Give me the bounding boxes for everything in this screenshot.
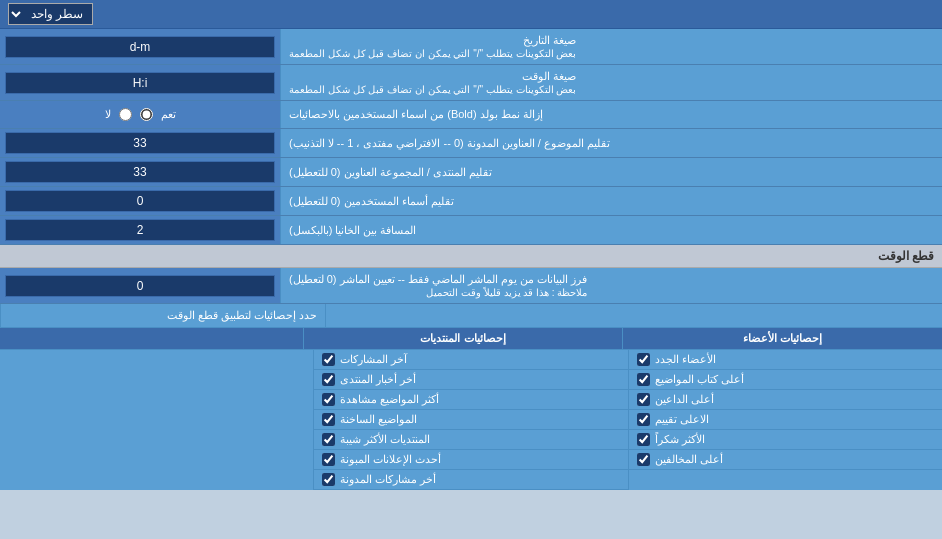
forum-sort-row: تقليم المنتدى / المجموعة العناوين (0 للت… [0,158,942,187]
checkbox-rows: الأعضاء الجدد أعلى كتاب المواضيع أعلى ال… [0,350,942,490]
usernames-sort-label: تقليم أسماء المستخدمين (0 للتعطيل) [280,187,942,215]
time-cutoff-input[interactable] [5,275,275,297]
checkbox-hot-topics[interactable] [322,413,335,426]
topics-sort-input[interactable] [5,132,275,154]
checkbox-top-writers[interactable] [637,373,650,386]
header-row: سطر واحد سطرين ثلاثة أسطر [0,0,942,29]
forum-sort-input-container [0,158,280,186]
list-item: أخر مشاركات المدونة [314,470,627,490]
checkbox-last-blog-posts[interactable] [322,473,335,486]
col2-header: إحصائيات المنتديات [303,328,623,349]
display-select[interactable]: سطر واحد سطرين ثلاثة أسطر [8,3,93,25]
col3-header-empty [0,328,303,349]
space-between-input-container [0,216,280,244]
main-container: سطر واحد سطرين ثلاثة أسطر صيغة التاريخ ب… [0,0,942,490]
remove-bold-input-container: تعم لا [0,101,280,128]
usernames-sort-row: تقليم أسماء المستخدمين (0 للتعطيل) [0,187,942,216]
radio-no[interactable] [119,108,132,121]
checkbox-most-popular-forums[interactable] [322,433,335,446]
list-item: آخر المشاركات [314,350,627,370]
forum-sort-label: تقليم المنتدى / المجموعة العناوين (0 للت… [280,158,942,186]
forum-sort-input[interactable] [5,161,275,183]
radio-no-label: لا [105,108,111,121]
list-item: أحدث الإعلانات المبونة [314,450,627,470]
col1-checkboxes: الأعضاء الجدد أعلى كتاب المواضيع أعلى ال… [628,350,942,490]
list-item: الاعلى تقييم [629,410,942,430]
checkbox-most-viewed[interactable] [322,393,335,406]
list-item: أعلى كتاب المواضيع [629,370,942,390]
space-between-label: المسافة بين الخانيا (بالبكسل) [280,216,942,244]
time-format-input[interactable] [5,72,275,94]
col2-checkboxes: آخر المشاركات أخر أخبار المنتدى أكثر الم… [313,350,627,490]
checkbox-members-new[interactable] [637,353,650,366]
usernames-sort-input[interactable] [5,190,275,212]
stats-col-headers: إحصائيات الأعضاء إحصائيات المنتديات [0,328,942,350]
limit-label-cell [634,304,942,327]
space-between-input[interactable] [5,219,275,241]
time-cutoff-input-container [0,268,280,303]
checkbox-last-posts[interactable] [322,353,335,366]
radio-yes-label: تعم [161,108,176,121]
date-format-input-container [0,29,280,64]
list-item: المنتديات الأكثر شيبة [314,430,627,450]
list-item: أعلى المخالفين [629,450,942,470]
limit-text: حدد إحصائيات لتطبيق قطع الوقت [0,304,325,327]
checkbox-last-news[interactable] [322,373,335,386]
remove-bold-row: إزالة نمط بولد (Bold) من اسماء المستخدمي… [0,101,942,129]
checkbox-latest-ads[interactable] [322,453,335,466]
time-cutoff-label: فرز البيانات من يوم الماشر الماضي فقط --… [280,268,942,303]
list-item: أكثر المواضيع مشاهدة [314,390,627,410]
radio-yes[interactable] [140,108,153,121]
time-cutoff-row: فرز البيانات من يوم الماشر الماضي فقط --… [0,268,942,304]
list-item: الأعضاء الجدد [629,350,942,370]
remove-bold-radio-group: تعم لا [105,108,176,121]
time-cutoff-header: قطع الوقت [0,245,942,268]
list-item: الأكثر شكراً [629,430,942,450]
checkbox-top-inviters[interactable] [637,393,650,406]
checkbox-top-violators[interactable] [637,453,650,466]
checkbox-most-thanked[interactable] [637,433,650,446]
time-format-input-container [0,65,280,100]
time-format-label: صيغة الوقت بعض التكوينات يتطلب "/" التي … [280,65,942,100]
stats-section: حدد إحصائيات لتطبيق قطع الوقت إحصائيات ا… [0,304,942,490]
topics-sort-label: تقليم الموضوع / العناوين المدونة (0 -- ا… [280,129,942,157]
remove-bold-label: إزالة نمط بولد (Bold) من اسماء المستخدمي… [280,101,942,128]
date-format-label: صيغة التاريخ بعض التكوينات يتطلب "/" الت… [280,29,942,64]
date-format-input[interactable] [5,36,275,58]
list-item: المواضيع الساخنة [314,410,627,430]
date-format-row: صيغة التاريخ بعض التكوينات يتطلب "/" الت… [0,29,942,65]
col1-header: إحصائيات الأعضاء [622,328,942,349]
limit-label-cell2 [325,304,634,327]
limit-row: حدد إحصائيات لتطبيق قطع الوقت [0,304,942,328]
time-format-row: صيغة الوقت بعض التكوينات يتطلب "/" التي … [0,65,942,101]
checkbox-top-rated[interactable] [637,413,650,426]
space-between-row: المسافة بين الخانيا (بالبكسل) [0,216,942,245]
usernames-sort-input-container [0,187,280,215]
topics-sort-input-container [0,129,280,157]
topics-sort-row: تقليم الموضوع / العناوين المدونة (0 -- ا… [0,129,942,158]
list-item: أخر أخبار المنتدى [314,370,627,390]
list-item: أعلى الداعين [629,390,942,410]
col3-empty [0,350,313,490]
